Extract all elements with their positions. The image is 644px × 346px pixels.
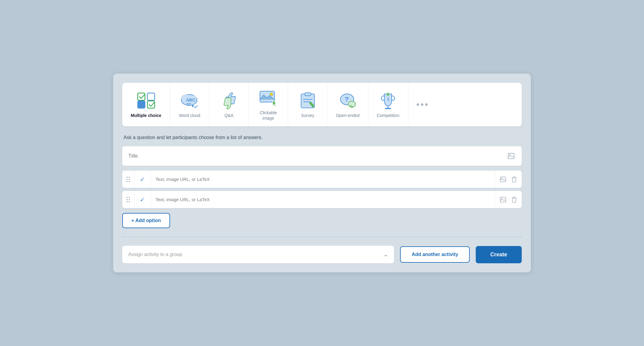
- svg-text:?: ?: [345, 95, 349, 103]
- add-another-activity-button[interactable]: Add another activity: [400, 246, 470, 263]
- create-label: Create: [490, 251, 507, 258]
- group-select[interactable]: Assign activity to a group ⌄: [122, 246, 394, 263]
- drag-dot: [126, 179, 128, 180]
- tab-clickable-image-label: Clickable image: [260, 110, 277, 121]
- title-image-button[interactable]: [507, 152, 516, 160]
- create-button[interactable]: Create: [476, 246, 522, 263]
- section-divider: [122, 237, 522, 237]
- drag-dot: [129, 199, 130, 200]
- chevron-down-icon: ⌄: [383, 251, 388, 258]
- correct-answer-toggle-2[interactable]: ✓: [134, 191, 151, 208]
- tab-competition-label: Competition: [377, 113, 399, 118]
- clickable-image-icon: [259, 88, 278, 108]
- svg-point-14: [270, 93, 273, 96]
- svg-point-10: [194, 106, 196, 108]
- svg-text:ABC: ABC: [186, 98, 195, 102]
- drag-handle-2[interactable]: [122, 191, 134, 208]
- tab-clickable-image[interactable]: Clickable image: [249, 83, 288, 126]
- more-button[interactable]: [408, 83, 436, 126]
- svg-text:1: 1: [387, 97, 389, 101]
- option-1-actions: [495, 171, 522, 188]
- drag-dot: [126, 181, 128, 182]
- tab-word-cloud[interactable]: ABC Word cloud: [170, 83, 209, 126]
- dot-2: [421, 103, 423, 106]
- tab-survey[interactable]: Survey: [288, 83, 327, 126]
- dot-3: [425, 103, 428, 106]
- add-option-label: + Add option: [131, 218, 161, 223]
- drag-dot: [126, 177, 128, 178]
- drag-handle-1[interactable]: [122, 171, 134, 188]
- tab-competition[interactable]: 1 Competition: [368, 83, 408, 126]
- tab-open-ended-label: Open-ended: [336, 113, 360, 118]
- tab-survey-label: Survey: [301, 113, 314, 118]
- open-ended-icon: ?: [338, 91, 357, 110]
- svg-rect-3: [147, 101, 155, 108]
- tab-qa[interactable]: Q&A: [209, 83, 249, 126]
- activity-tabs: Multiple choice ABC: [122, 83, 522, 126]
- group-select-placeholder: Assign activity to a group: [128, 252, 182, 257]
- svg-rect-1: [147, 93, 155, 100]
- footer-row: Assign activity to a group ⌄ Add another…: [122, 246, 522, 263]
- option-row: ✓: [122, 191, 522, 208]
- add-another-label: Add another activity: [412, 252, 458, 257]
- option-input-1[interactable]: [151, 171, 495, 188]
- title-input-wrap: [122, 146, 522, 166]
- svg-rect-2: [138, 101, 145, 108]
- word-cloud-icon: ABC: [180, 91, 199, 110]
- correct-answer-toggle-1[interactable]: ✓: [134, 171, 151, 188]
- option-2-image-button[interactable]: [498, 195, 508, 205]
- title-input[interactable]: [128, 153, 507, 159]
- main-card: Multiple choice ABC: [113, 74, 531, 272]
- svg-rect-17: [305, 93, 311, 96]
- option-2-delete-button[interactable]: [509, 194, 519, 205]
- svg-rect-0: [138, 93, 145, 100]
- multiple-choice-icon: [136, 91, 156, 110]
- svg-point-11: [196, 105, 198, 107]
- drag-dot: [126, 201, 128, 202]
- drag-dot: [129, 181, 130, 182]
- option-1-image-button[interactable]: [498, 174, 508, 185]
- add-option-button[interactable]: + Add option: [122, 213, 170, 228]
- drag-dot: [129, 177, 130, 178]
- drag-dot: [126, 197, 128, 198]
- option-2-actions: [495, 191, 522, 208]
- option-row: ✓: [122, 171, 522, 188]
- drag-dot: [126, 199, 128, 200]
- drag-dot: [129, 179, 130, 180]
- tab-open-ended[interactable]: ? Open-ended: [327, 83, 368, 126]
- tab-multiple-choice[interactable]: Multiple choice: [122, 83, 170, 126]
- dot-1: [417, 103, 419, 106]
- option-input-2[interactable]: [151, 191, 495, 208]
- competition-icon: 1: [378, 91, 398, 110]
- tab-qa-label: Q&A: [225, 113, 234, 118]
- svg-rect-28: [385, 108, 391, 109]
- drag-dot: [129, 201, 130, 202]
- tab-multiple-choice-label: Multiple choice: [131, 113, 161, 118]
- option-1-delete-button[interactable]: [509, 174, 519, 185]
- options-list: ✓: [122, 171, 522, 208]
- svg-point-9: [192, 105, 194, 107]
- qa-icon: [219, 91, 239, 110]
- survey-icon: [298, 91, 317, 110]
- drag-dot: [129, 197, 130, 198]
- tab-word-cloud-label: Word cloud: [179, 113, 200, 118]
- description-text: Ask a question and let participants choo…: [122, 135, 522, 140]
